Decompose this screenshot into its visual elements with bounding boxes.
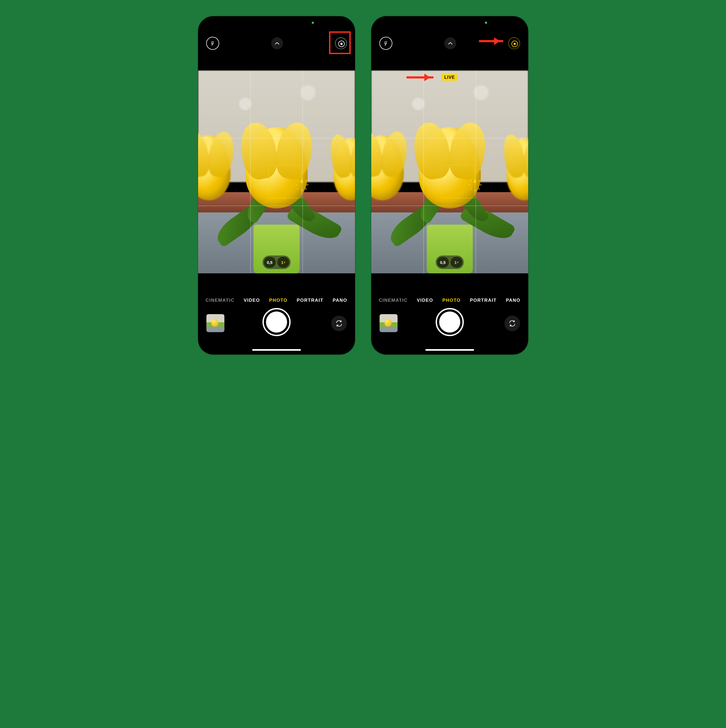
annotation-red-arrow [407,76,434,78]
camera-switch-icon [335,320,343,327]
mode-portrait[interactable]: PORTRAIT [470,298,497,303]
live-photo-button[interactable] [508,37,520,49]
mode-video[interactable]: VIDEO [417,298,433,303]
camera-switch-icon [509,320,516,327]
mode-pano[interactable]: PANO [333,298,347,303]
privacy-indicator-dot [312,21,314,24]
grid-line [198,138,355,138]
focus-box[interactable] [268,165,301,198]
shutter-button[interactable] [436,308,464,336]
zoom-0-5x[interactable]: 0,5 [437,257,449,268]
mode-portrait[interactable]: PORTRAIT [297,298,323,303]
photo-library-thumbnail[interactable] [379,314,398,332]
home-indicator[interactable] [252,349,301,351]
zoom-1x[interactable]: 1× [451,257,462,268]
home-indicator[interactable] [425,349,474,351]
grid-line [371,138,528,138]
flash-icon [211,40,215,46]
camera-options-chevron[interactable] [271,37,283,49]
mode-strip[interactable]: CINEMATIC VIDEO PHOTO PORTRAIT PANO [371,298,528,303]
flash-icon [384,40,388,46]
phone-left: 0,5 1× CINEMATIC VIDEO PHOTO PORTRAIT PA… [198,16,355,355]
zoom-1x[interactable]: 1× [277,257,289,268]
grid-line [198,206,355,206]
grid-line [371,206,528,206]
mode-cinematic[interactable]: CINEMATIC [206,298,235,303]
camera-switch-button[interactable] [504,315,520,331]
privacy-indicator-dot [485,21,487,24]
phone-right: LIVE 0,5 1× CINE [371,16,528,355]
chevron-up-icon [448,42,453,45]
annotation-red-arrow [479,40,503,42]
live-badge: LIVE [442,74,458,81]
mode-photo[interactable]: PHOTO [269,298,287,303]
grid-line [423,70,424,273]
camera-top-bar [371,35,528,51]
exposure-sun-icon[interactable] [298,178,305,185]
viewfinder[interactable]: LIVE 0,5 1× [371,70,528,273]
viewfinder[interactable]: 0,5 1× [198,70,355,273]
mode-video[interactable]: VIDEO [243,298,260,303]
flash-button[interactable] [206,37,219,50]
flash-button[interactable] [379,37,392,50]
comparison-stage: 0,5 1× CINEMATIC VIDEO PHOTO PORTRAIT PA… [0,0,726,371]
focus-box[interactable] [442,165,475,198]
camera-switch-button[interactable] [331,315,347,331]
chevron-up-icon [275,42,280,45]
mode-pano[interactable]: PANO [506,298,520,303]
zoom-switcher: 0,5 1× [263,255,290,269]
zoom-switcher: 0,5 1× [436,255,464,269]
zoom-0-5x[interactable]: 0,5 [264,257,276,268]
mode-photo[interactable]: PHOTO [442,298,461,303]
exposure-sun-icon[interactable] [472,178,478,185]
camera-options-chevron[interactable] [444,37,456,49]
mode-cinematic[interactable]: CINEMATIC [379,298,408,303]
grid-line [250,70,251,273]
mode-strip[interactable]: CINEMATIC VIDEO PHOTO PORTRAIT PANO [198,298,355,303]
grid-line [303,70,303,273]
photo-library-thumbnail[interactable] [206,314,225,332]
shutter-button[interactable] [263,308,290,336]
annotation-red-box [329,31,351,54]
